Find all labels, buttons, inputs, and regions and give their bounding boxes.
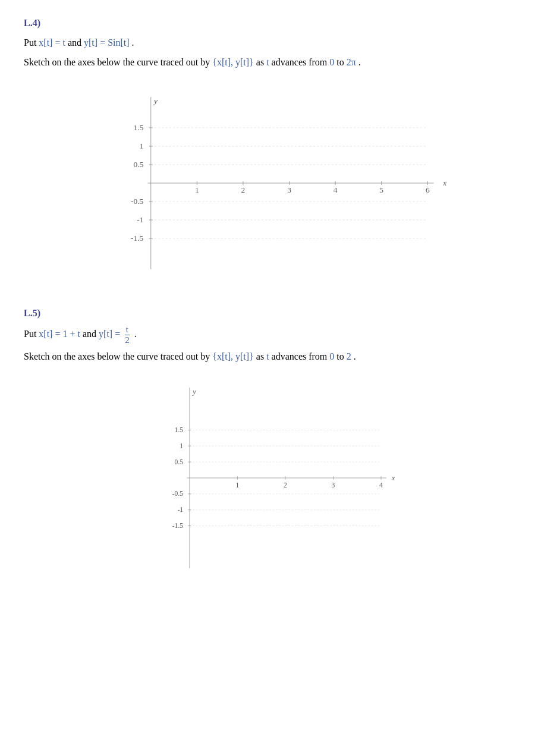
l5-line2: Sketch on the axes below the curve trace… [24, 348, 536, 364]
svg-text:1: 1 [195, 185, 199, 194]
svg-text:6: 6 [426, 185, 430, 194]
svg-text:x: x [391, 474, 395, 482]
l4-xdef: x[t] = t [39, 37, 65, 48]
l5-param: {x[t], y[t]} [212, 351, 254, 361]
svg-text:1: 1 [236, 482, 240, 489]
section-l5: L.5) Put x[t] = 1 + t and y[t] = t2 . Sk… [24, 308, 536, 578]
svg-text:y: y [192, 388, 196, 395]
svg-text:-0.5: -0.5 [131, 197, 144, 206]
section-l5-label: L.5) [24, 308, 536, 319]
svg-text:1.5: 1.5 [175, 426, 184, 434]
svg-text:3: 3 [287, 185, 291, 194]
l4-line1: Put x[t] = t and y[t] = Sin[t] . [24, 34, 536, 51]
svg-text:x: x [442, 179, 446, 188]
svg-text:-1: -1 [177, 506, 183, 514]
section-l4-label: L.4) [24, 18, 536, 29]
l4-line2: Sketch on the axes below the curve trace… [24, 54, 536, 70]
l5-to: 2 [347, 351, 351, 361]
svg-text:2: 2 [284, 482, 287, 489]
l4-to: 2π [347, 57, 356, 67]
svg-text:1: 1 [180, 442, 183, 449]
svg-text:0.5: 0.5 [134, 160, 144, 169]
svg-text:0.5: 0.5 [175, 458, 184, 465]
svg-text:3: 3 [332, 482, 335, 489]
svg-text:5: 5 [379, 185, 383, 194]
svg-text:-1: -1 [137, 216, 143, 225]
svg-text:2: 2 [241, 185, 246, 194]
l5-line1: Put x[t] = 1 + t and y[t] = t2 . [24, 325, 536, 345]
svg-text:4: 4 [379, 482, 383, 489]
l5-graph: 1 2 3 4 x 1.5 1 0.5 -0.5 [102, 377, 458, 579]
l5-ydef-pre: y[t] = [99, 329, 122, 339]
l4-param: {x[t], y[t]} [212, 57, 254, 67]
section-l4: L.4) Put x[t] = t and y[t] = Sin[t] . Sk… [24, 18, 536, 284]
svg-text:1.5: 1.5 [134, 123, 144, 132]
l4-graph: 1 2 3 4 5 6 x 1.5 1 [102, 82, 458, 284]
l5-fraction: t2 [124, 325, 131, 345]
l4-ydef: y[t] = Sin[t] [84, 37, 130, 48]
svg-text:y: y [153, 96, 158, 105]
l4-graph-svg: 1 2 3 4 5 6 x 1.5 1 [102, 82, 458, 284]
svg-text:-1.5: -1.5 [172, 522, 184, 530]
svg-text:4: 4 [334, 185, 338, 194]
l4-pre1: Put [24, 37, 39, 48]
svg-text:1: 1 [140, 141, 144, 150]
l5-graph-svg: 1 2 3 4 x 1.5 1 0.5 -0.5 [102, 377, 458, 579]
l5-xdef: x[t] = 1 + t [39, 329, 80, 339]
svg-text:-1.5: -1.5 [131, 234, 144, 243]
svg-text:-0.5: -0.5 [172, 490, 184, 498]
